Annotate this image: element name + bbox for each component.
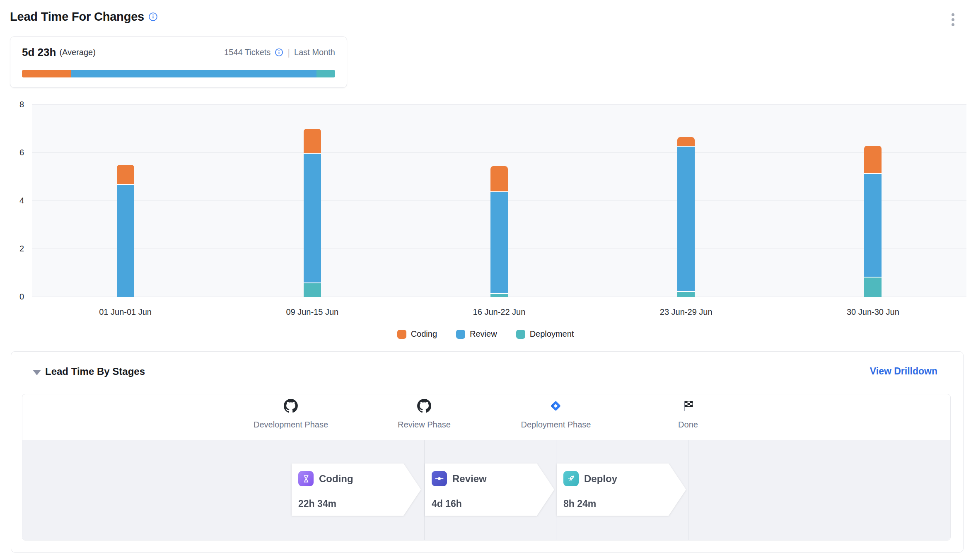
stages-title-row: Lead Time By Stages View Drilldown (11, 352, 963, 393)
stage-card-shape: Coding22h 34m (292, 463, 421, 516)
bar-16Jun-22Jun[interactable] (490, 166, 508, 297)
phase-divider (556, 440, 556, 540)
x-axis-label: 09 Jun-15 Jun (250, 307, 374, 317)
stage-duration: 4d 16h (432, 498, 462, 509)
phase-label: Deployment Phase (521, 420, 591, 430)
bar-segment-review[interactable] (117, 184, 134, 297)
bar-23Jun-29Jun[interactable] (677, 137, 695, 297)
stage-card-deploy: Deploy8h 24m (557, 463, 686, 516)
stages-title: Lead Time By Stages (45, 366, 145, 377)
legend-item-deployment[interactable]: Deployment (516, 329, 574, 339)
rocket-icon (563, 471, 579, 486)
phase-done: Done (678, 394, 698, 430)
distribution-segment-coding (22, 70, 71, 77)
x-axis-label: 16 Jun-22 Jun (437, 307, 561, 317)
phase-divider (688, 440, 688, 540)
phase-divider (424, 440, 425, 540)
stage-name: Coding (319, 473, 353, 485)
bar-segment-review[interactable] (864, 173, 882, 276)
bar-segment-review[interactable] (304, 153, 321, 282)
x-axis-label: 01 Jun-01 Jun (63, 307, 188, 317)
stage-card-shape: Review4d 16h (425, 463, 554, 516)
x-axis-label: 23 Jun-29 Jun (624, 307, 748, 317)
view-drilldown-link[interactable]: View Drilldown (870, 366, 937, 377)
phase-label: Development Phase (254, 420, 328, 430)
stage-duration: 8h 24m (563, 498, 596, 509)
legend-swatch (397, 330, 406, 339)
gridline (32, 152, 966, 153)
github-icon (284, 398, 298, 414)
legend-item-coding[interactable]: Coding (397, 329, 437, 339)
bar-01Jun-01Jun[interactable] (117, 165, 134, 297)
hourglass-icon (298, 471, 314, 486)
stage-name: Review (452, 473, 487, 485)
bar-segment-deployment[interactable] (490, 293, 508, 297)
bar-segment-coding[interactable] (864, 146, 882, 174)
widget-header: Lead Time For Changes (10, 10, 158, 24)
x-axis-label: 30 Jun-30 Jun (811, 307, 935, 317)
github-icon (417, 398, 431, 414)
bar-segment-review[interactable] (490, 191, 508, 294)
checkered-flag-icon (681, 398, 695, 414)
bar-segment-coding[interactable] (304, 129, 321, 153)
stage-card-review: Review4d 16h (425, 463, 554, 516)
phase-development-phase: Development Phase (254, 394, 328, 430)
legend-swatch (516, 330, 525, 339)
bar-segment-review[interactable] (677, 146, 695, 291)
distribution-segment-deployment (316, 70, 335, 77)
commit-icon (432, 471, 447, 486)
summary-card: 5d 23h (Average) 1544 Tickets | Last Mon… (10, 36, 347, 88)
legend-label: Coding (411, 329, 437, 339)
stage-card-shape: Deploy8h 24m (557, 463, 686, 516)
y-axis-tick: 8 (0, 100, 24, 109)
collapse-triangle-icon[interactable] (33, 370, 41, 375)
bar-segment-coding[interactable] (490, 166, 508, 191)
bar-segment-coding[interactable] (677, 137, 695, 145)
period-label: Last Month (294, 48, 335, 57)
jira-diamond-icon (549, 398, 563, 414)
bar-segment-deployment[interactable] (864, 277, 882, 297)
chart-legend: CodingReviewDeployment (0, 329, 971, 339)
bar-30Jun-30Jun[interactable] (864, 146, 882, 297)
kebab-menu-icon[interactable] (952, 13, 954, 26)
separator: | (287, 47, 290, 58)
bar-segment-deployment[interactable] (677, 291, 695, 297)
stacked-bar-chart (32, 105, 966, 297)
stage-name: Deploy (584, 473, 617, 485)
lead-time-by-stages-section: Lead Time By Stages View Drilldown Devel… (11, 351, 964, 553)
bar-09Jun-15Jun[interactable] (304, 129, 321, 297)
legend-label: Review (470, 329, 497, 339)
phase-divider (291, 440, 291, 540)
page-title: Lead Time For Changes (10, 10, 144, 24)
lead-time-distribution-bar (22, 70, 335, 77)
gridline (32, 104, 966, 105)
y-axis-tick: 6 (0, 148, 24, 157)
bar-segment-deployment[interactable] (304, 282, 321, 297)
distribution-segment-review (71, 70, 316, 77)
tickets-info-icon[interactable] (275, 48, 283, 57)
phase-label: Done (678, 420, 698, 430)
y-axis-tick: 0 (0, 292, 24, 302)
phase-deployment-phase: Deployment Phase (521, 394, 591, 430)
average-label: (Average) (59, 48, 95, 57)
legend-swatch (456, 330, 465, 339)
title-info-icon[interactable] (148, 12, 158, 22)
phase-review-phase: Review Phase (398, 394, 451, 430)
stages-flow-panel: Development PhaseReview PhaseDeployment … (22, 394, 951, 541)
tickets-count: 1544 Tickets (224, 48, 271, 57)
legend-item-review[interactable]: Review (456, 329, 497, 339)
stage-duration: 22h 34m (298, 498, 336, 509)
average-lead-time-value: 5d 23h (22, 46, 56, 59)
bar-segment-coding[interactable] (117, 165, 134, 184)
stage-card-coding: Coding22h 34m (292, 463, 421, 516)
y-axis-tick: 4 (0, 196, 24, 205)
y-axis-tick: 2 (0, 244, 24, 253)
legend-label: Deployment (530, 329, 574, 339)
phase-label: Review Phase (398, 420, 451, 430)
